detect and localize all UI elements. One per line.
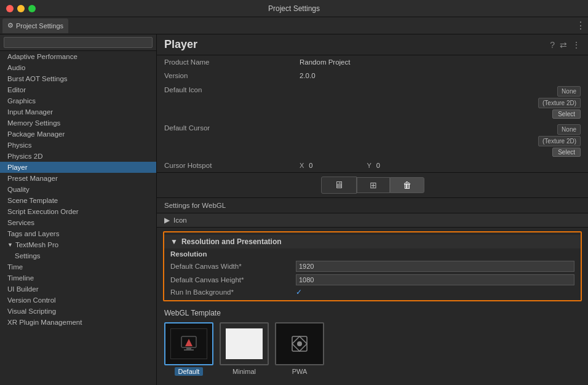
sidebar-label-physics: Physics (7, 141, 32, 149)
x-label: X (300, 162, 304, 169)
default-icon-row: Default Icon None (Texture 2D) Select (157, 82, 588, 121)
sidebar-label-textmesh-settings: Settings (15, 252, 41, 260)
sidebar-item-physics[interactable]: Physics (0, 140, 156, 151)
sidebar-label-tags-and-layers: Tags and Layers (7, 230, 59, 237)
maximize-button[interactable] (28, 5, 36, 12)
sidebar-item-scene-template[interactable]: Scene Template (0, 195, 156, 206)
webgl-template-section: WebGL Template Def (157, 305, 588, 379)
sidebar-label-input-manager: Input Manager (7, 108, 53, 116)
default-cursor-select-button[interactable]: Select (552, 148, 581, 157)
run-in-background-label: Run In Background* (170, 288, 293, 296)
version-label: Version (164, 72, 300, 79)
sidebar-label-package-manager: Package Manager (7, 130, 65, 138)
sidebar-item-preset-manager[interactable]: Preset Manager (0, 173, 156, 184)
template-option-pwa[interactable]: PWA (275, 322, 324, 376)
resolution-title[interactable]: ▼ Resolution and Presentation (164, 235, 581, 248)
sidebar-item-editor[interactable]: Editor (0, 84, 156, 95)
sidebar-item-memory-settings[interactable]: Memory Settings (0, 117, 156, 129)
sidebar-item-player[interactable]: Player (0, 162, 156, 173)
sidebar-label-quality: Quality (7, 186, 30, 193)
sidebar-item-textmesh-settings[interactable]: Settings (0, 250, 156, 261)
template-option-default[interactable]: Default (164, 322, 213, 376)
sidebar-label-graphics: Graphics (7, 97, 36, 105)
sidebar-label-timeline: Timeline (7, 274, 34, 282)
template-options: Default Minimal (164, 322, 581, 376)
platform-tab-monitor[interactable]: 🖥 (321, 177, 357, 194)
resolution-subtitle: Resolution (164, 248, 581, 260)
sidebar-item-script-execution-order[interactable]: Script Execution Order (0, 206, 156, 217)
template-thumb-pwa (275, 322, 324, 365)
sidebar-label-memory-settings: Memory Settings (7, 119, 60, 127)
run-in-background-row: Run In Background* ✓ (164, 287, 581, 298)
gear-icon: ⚙ (7, 22, 14, 30)
title-bar: Project Settings (0, 0, 588, 17)
default-cursor-label: Default Cursor (164, 124, 300, 132)
product-name-label: Product Name (164, 58, 300, 66)
sidebar-label-ui-builder: UI Builder (7, 285, 39, 293)
page-title: Player (164, 38, 197, 51)
content-area: Player ? ⇄ ⋮ Product Name Random Project… (157, 34, 588, 385)
svg-point-6 (297, 341, 302, 346)
close-button[interactable] (6, 5, 14, 12)
sidebar-item-xr-plugin-management[interactable]: XR Plugin Management (0, 317, 156, 328)
sidebar-item-input-manager[interactable]: Input Manager (0, 106, 156, 117)
search-input[interactable] (4, 37, 153, 48)
sidebar-item-adaptive-performance[interactable]: Adaptive Performance (0, 51, 156, 62)
resolution-section: ▼ Resolution and Presentation Resolution… (163, 231, 582, 301)
sidebar-label-time: Time (7, 263, 23, 271)
platform-tab-webgl[interactable]: 🗑 (390, 177, 424, 193)
svg-rect-1 (186, 347, 191, 349)
template-thumb-minimal (220, 322, 269, 365)
default-cursor-control: None (Texture 2D) Select (538, 124, 581, 157)
default-icon-texture-none: None (557, 86, 581, 97)
canvas-height-input[interactable] (296, 274, 574, 285)
canvas-width-input[interactable] (296, 261, 574, 272)
sidebar-label-preset-manager: Preset Manager (7, 175, 58, 182)
tab-label: Project Settings (16, 22, 63, 30)
template-label-pwa: PWA (288, 367, 311, 376)
sidebar-item-tags-and-layers[interactable]: Tags and Layers (0, 228, 156, 239)
tab-project-settings[interactable]: ⚙ Project Settings (2, 18, 68, 33)
sidebar-label-physics-2d: Physics 2D (7, 153, 43, 160)
sidebar: Adaptive PerformanceAudioBurst AOT Setti… (0, 34, 157, 385)
sidebar-item-services[interactable]: Services (0, 217, 156, 228)
icon-section-header[interactable]: ▶ Icon (157, 213, 588, 228)
more-icon[interactable]: ⋮ (572, 40, 581, 50)
default-icon-label: Default Icon (164, 86, 300, 93)
sidebar-item-burst-aot[interactable]: Burst AOT Settings (0, 73, 156, 84)
sidebar-item-timeline[interactable]: Timeline (0, 272, 156, 284)
sidebar-item-ui-builder[interactable]: UI Builder (0, 284, 156, 295)
window-title: Project Settings (268, 4, 320, 13)
search-bar (0, 34, 156, 51)
sidebar-item-visual-scripting[interactable]: Visual Scripting (0, 306, 156, 317)
canvas-width-row: Default Canvas Width* (164, 260, 581, 273)
sidebar-item-graphics[interactable]: Graphics (0, 95, 156, 106)
content-header: Player ? ⇄ ⋮ (157, 34, 588, 55)
default-cursor-texture-type: (Texture 2D) (538, 136, 581, 146)
settings-icon[interactable]: ⇄ (560, 40, 567, 50)
default-icon-select-button[interactable]: Select (552, 109, 581, 119)
sidebar-item-textmesh-pro[interactable]: ▼TextMesh Pro (0, 239, 156, 250)
template-option-minimal[interactable]: Minimal (220, 322, 269, 376)
sidebar-item-audio[interactable]: Audio (0, 62, 156, 73)
icon-section-label: Icon (173, 216, 187, 224)
canvas-height-label: Default Canvas Height* (170, 276, 293, 284)
sidebar-item-package-manager[interactable]: Package Manager (0, 129, 156, 140)
canvas-height-row: Default Canvas Height* (164, 273, 581, 287)
y-label: Y (367, 162, 371, 169)
help-icon[interactable]: ? (550, 40, 555, 50)
sidebar-item-version-control[interactable]: Version Control (0, 295, 156, 306)
run-in-background-check: ✓ (296, 288, 302, 296)
default-cursor-texture-none: None (557, 124, 581, 135)
sidebar-item-time[interactable]: Time (0, 261, 156, 272)
sidebar-label-burst-aot: Burst AOT Settings (7, 75, 68, 82)
tab-more-button[interactable]: ⋮ (576, 20, 586, 31)
sidebar-label-xr-plugin-management: XR Plugin Management (7, 319, 82, 326)
icon-section-triangle: ▶ (164, 216, 170, 224)
minimize-button[interactable] (17, 5, 25, 12)
sidebar-item-quality[interactable]: Quality (0, 184, 156, 195)
platform-tab-mobile[interactable]: ⊞ (357, 177, 390, 193)
sidebar-item-physics-2d[interactable]: Physics 2D (0, 151, 156, 162)
y-value: 0 (376, 162, 380, 169)
resolution-triangle: ▼ (170, 237, 178, 246)
